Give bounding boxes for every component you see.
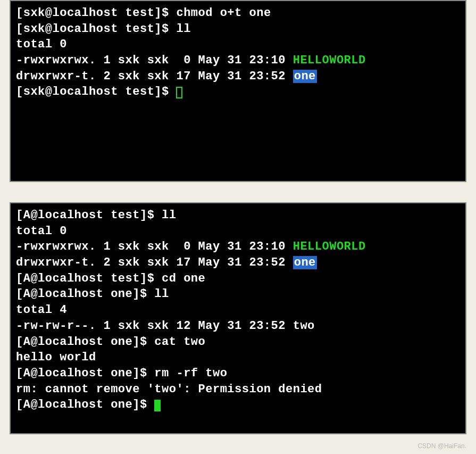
terminal-line: [A@localhost one]$ [16,397,460,413]
prompt: [A@localhost test]$ [16,209,162,222]
prompt: [sxk@localhost test]$ [16,22,176,36]
file-perms: drwxrwxr-t. 2 sxk sxk 17 May 31 23:52 [16,256,293,269]
terminal-line: [A@localhost one]$ cat two [16,334,460,350]
file-name-executable: HELLOWORLD [293,240,366,253]
terminal-line: total 4 [16,302,460,318]
prompt: [A@localhost test]$ [16,272,162,285]
terminal-line: [A@localhost test]$ ll [16,208,460,224]
directory-name: one [293,70,317,83]
terminal-line: [sxk@localhost test]$ chmod o+t one [16,5,460,21]
command: ll [176,22,190,36]
prompt: [sxk@localhost test]$ [16,6,176,20]
terminal-line: -rwxrwxrwx. 1 sxk sxk 0 May 31 23:10 HEL… [16,53,460,69]
terminal-line: [sxk@localhost test]$ ll [16,21,460,37]
terminal-line: drwxrwxr-t. 2 sxk sxk 17 May 31 23:52 on… [16,255,460,271]
terminal-line: drwxrwxr-t. 2 sxk sxk 17 May 31 23:52 on… [16,69,460,85]
cursor-icon [154,400,161,411]
file-perms: drwxrwxr-t. 2 sxk sxk 17 May 31 23:52 [16,70,293,83]
cursor-icon [176,87,182,98]
terminal-line: [A@localhost test]$ cd one [16,271,460,287]
prompt: [A@localhost one]$ [16,335,154,349]
terminal-line: [sxk@localhost test]$ [16,84,460,100]
terminal-line: total 0 [16,37,460,53]
prompt: [sxk@localhost test]$ [16,85,176,98]
file-name-executable: HELLOWORLD [293,54,366,67]
command: ll [162,209,176,222]
directory-name: one [293,256,317,269]
terminal-line: -rw-rw-r--. 1 sxk sxk 12 May 31 23:52 tw… [16,318,460,334]
terminal-2[interactable]: [A@localhost test]$ ll total 0 -rwxrwxrw… [10,202,466,434]
command: rm -rf two [154,367,227,380]
terminal-line: [A@localhost one]$ rm -rf two [16,366,460,382]
prompt: [A@localhost one]$ [16,367,154,380]
terminal-line: [A@localhost one]$ ll [16,286,460,302]
file-perms: -rwxrwxrwx. 1 sxk sxk 0 May 31 23:10 [16,54,293,67]
terminal-line: -rwxrwxrwx. 1 sxk sxk 0 May 31 23:10 HEL… [16,239,460,255]
prompt: [A@localhost one]$ [16,287,154,301]
watermark: CSDN @HaiFan. [417,442,466,450]
file-perms: -rwxrwxrwx. 1 sxk sxk 0 May 31 23:10 [16,240,293,253]
command: chmod o+t one [176,6,271,20]
terminal-1[interactable]: [sxk@localhost test]$ chmod o+t one [sxk… [10,0,466,182]
terminal-line: rm: cannot remove 'two': Permission deni… [16,382,460,398]
command: ll [154,287,169,301]
terminal-line: hello world [16,350,460,366]
prompt: [A@localhost one]$ [16,398,154,411]
command: cd one [162,272,205,285]
terminal-line: total 0 [16,224,460,240]
command: cat two [154,335,205,349]
